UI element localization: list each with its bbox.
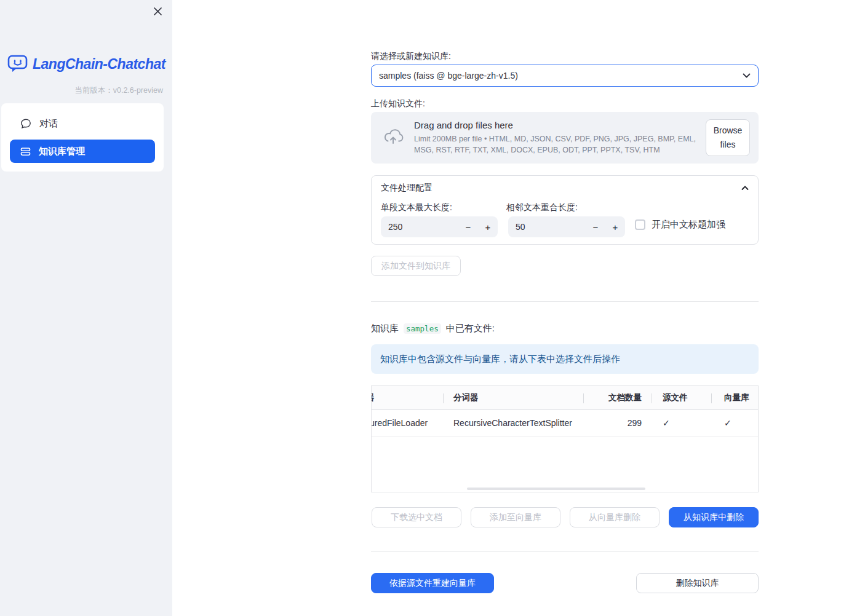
decrement-button[interactable]: − bbox=[586, 216, 605, 237]
info-banner: 知识库中包含源文件与向量库，请从下表中选择文件后操作 bbox=[371, 344, 759, 374]
cell-source-check: ✓ bbox=[652, 418, 711, 428]
sidebar-item-label: 知识库管理 bbox=[39, 146, 85, 157]
delete-kb-button[interactable]: 删除知识库 bbox=[636, 573, 759, 593]
cloud-upload-icon bbox=[382, 128, 404, 148]
checkbox-unchecked[interactable] bbox=[635, 219, 645, 230]
main-content: 请选择或新建知识库: samples (faiss @ bge-large-zh… bbox=[371, 0, 759, 616]
stacked-layers-icon bbox=[20, 146, 31, 157]
sidebar-item-label: 对话 bbox=[39, 118, 58, 130]
sidebar-menu: 对话 知识库管理 bbox=[1, 103, 164, 172]
kb-files-suffix: 中已有文件: bbox=[446, 323, 495, 334]
table-header-row: 器 分词器 文档数量 源文件 向量库 bbox=[372, 386, 758, 410]
overlap-size-input[interactable]: 50 − + bbox=[508, 216, 625, 237]
app-logo: LangChain-Chatchat bbox=[7, 54, 165, 74]
col-doccount-header: 文档数量 bbox=[583, 392, 652, 403]
increment-button[interactable]: + bbox=[478, 216, 498, 237]
cell-doc-count: 299 bbox=[583, 418, 652, 428]
add-to-vector-store-button[interactable]: 添加至向量库 bbox=[471, 507, 560, 527]
column-separator bbox=[583, 393, 584, 403]
version-label: 当前版本： bbox=[74, 86, 113, 95]
chevron-down-icon bbox=[743, 73, 751, 78]
column-separator bbox=[652, 393, 652, 403]
chunk-size-label: 单段文本最大长度: bbox=[381, 202, 452, 213]
cell-loader: uredFileLoader bbox=[372, 418, 443, 428]
sidebar: LangChain-Chatchat 当前版本：v0.2.6-preview 对… bbox=[0, 0, 172, 616]
kb-select-label: 请选择或新建知识库: bbox=[371, 51, 451, 62]
col-source-header: 源文件 bbox=[652, 392, 711, 403]
chevron-up-icon bbox=[741, 186, 749, 191]
dropzone-title: Drag and drop files here bbox=[414, 120, 706, 130]
column-separator bbox=[443, 393, 444, 403]
delete-from-vector-store-button[interactable]: 从向量库删除 bbox=[570, 507, 660, 527]
dropzone-instructions: Drag and drop files here Limit 200MB per… bbox=[414, 120, 706, 156]
decrement-button[interactable]: − bbox=[458, 216, 478, 237]
col-loader-header: 器 bbox=[372, 392, 443, 403]
horizontal-scrollbar[interactable] bbox=[467, 488, 645, 490]
delete-from-kb-button[interactable]: 从知识库中删除 bbox=[669, 507, 759, 527]
overlap-size-label: 相邻文本重合长度: bbox=[506, 202, 578, 213]
file-config-expander: 文件处理配置 单段文本最大长度: 相邻文本重合长度: 250 − + 50 − … bbox=[371, 175, 759, 245]
chat-bubble-icon bbox=[20, 118, 31, 129]
chunk-size-value: 250 bbox=[388, 222, 458, 232]
zh-title-enhance-checkbox[interactable]: 开启中文标题加强 bbox=[635, 219, 725, 231]
kb-select[interactable]: samples (faiss @ bge-large-zh-v1.5) bbox=[371, 65, 759, 87]
cell-splitter: RecursiveCharacterTextSplitter bbox=[443, 418, 583, 428]
sidebar-item-knowledge-base[interactable]: 知识库管理 bbox=[10, 140, 155, 163]
col-vector-header: 向量库 bbox=[711, 392, 759, 403]
version-info: 当前版本：v0.2.6-preview bbox=[74, 85, 163, 96]
add-files-to-kb-button[interactable]: 添加文件到知识库 bbox=[371, 256, 461, 276]
increment-button[interactable]: + bbox=[605, 216, 625, 237]
table-row[interactable]: uredFileLoader RecursiveCharacterTextSpl… bbox=[372, 410, 758, 436]
chunk-size-input[interactable]: 250 − + bbox=[381, 216, 498, 237]
kb-name-code: samples bbox=[404, 323, 441, 334]
cell-vector-check: ✓ bbox=[711, 418, 759, 428]
sidebar-close-icon[interactable] bbox=[151, 5, 164, 17]
rebuild-vector-store-button[interactable]: 依据源文件重建向量库 bbox=[371, 573, 494, 593]
dropzone-limit-text: Limit 200MB per file • HTML, MD, JSON, C… bbox=[414, 133, 706, 156]
browse-files-button[interactable]: Browse files bbox=[706, 119, 750, 156]
info-text: 知识库中包含源文件与向量库，请从下表中选择文件后操作 bbox=[380, 353, 620, 365]
overlap-size-value: 50 bbox=[516, 222, 586, 232]
kb-files-heading: 知识库 samples 中已有文件: bbox=[371, 323, 495, 334]
kb-select-value: samples (faiss @ bge-large-zh-v1.5) bbox=[379, 71, 518, 81]
logo-chat-smiley-icon bbox=[7, 54, 28, 74]
file-dropzone[interactable]: Drag and drop files here Limit 200MB per… bbox=[371, 112, 759, 164]
checkbox-label: 开启中文标题加强 bbox=[652, 219, 725, 231]
expander-header[interactable]: 文件处理配置 bbox=[372, 176, 758, 194]
app-title: LangChain-Chatchat bbox=[33, 56, 165, 73]
kb-files-prefix: 知识库 bbox=[371, 323, 399, 334]
version-value: v0.2.6-preview bbox=[113, 86, 163, 95]
kb-files-table[interactable]: 器 分词器 文档数量 源文件 向量库 uredFileLoader Recurs… bbox=[371, 385, 759, 492]
download-selected-button[interactable]: 下载选中文档 bbox=[372, 507, 461, 527]
divider bbox=[371, 301, 759, 302]
column-separator bbox=[711, 393, 712, 403]
sidebar-item-dialogue[interactable]: 对话 bbox=[10, 112, 155, 135]
upload-label: 上传知识文件: bbox=[371, 98, 425, 109]
col-splitter-header: 分词器 bbox=[443, 392, 583, 403]
expander-title: 文件处理配置 bbox=[381, 183, 432, 194]
divider bbox=[371, 551, 759, 552]
